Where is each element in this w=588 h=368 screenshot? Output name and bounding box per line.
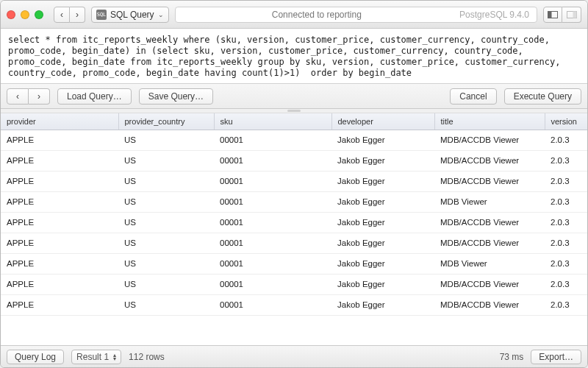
result-selector[interactable]: Result 1 ▴▾ <box>71 350 121 364</box>
right-panel-toggle[interactable] <box>562 7 581 23</box>
table-cell: APPLE <box>1 150 118 171</box>
table-cell: APPLE <box>1 274 118 294</box>
table-cell: Jakob Egger <box>331 294 434 315</box>
chevron-right-icon: › <box>76 10 79 20</box>
table-cell: 2.0.3 <box>545 253 587 274</box>
table-cell: Jakob Egger <box>331 191 434 212</box>
table-cell: US <box>118 130 214 150</box>
table-cell: Jakob Egger <box>331 171 434 191</box>
table-cell: 2.0.3 <box>545 212 587 233</box>
column-header[interactable]: provider_country <box>118 113 214 130</box>
connection-status: Connected to reporting <box>183 10 451 20</box>
connection-pill[interactable]: Connected to reporting PostgreSQL 9.4.0 <box>175 7 537 23</box>
table-row[interactable]: APPLEUS00001Jakob EggerMDB/ACCDB Viewer2… <box>1 212 587 233</box>
table-cell: 00001 <box>214 212 331 233</box>
query-log-button[interactable]: Query Log <box>7 350 64 364</box>
table-row[interactable]: APPLEUS00001Jakob EggerMDB/ACCDB Viewer2… <box>1 274 587 294</box>
table-cell: 00001 <box>214 150 331 171</box>
chevron-left-icon: ‹ <box>16 91 19 102</box>
execute-query-button[interactable]: Execute Query <box>504 88 581 105</box>
nav-segment: ‹ › <box>54 7 85 23</box>
table-cell: Jakob Egger <box>331 130 434 150</box>
table-cell: 2.0.3 <box>545 233 587 253</box>
cancel-button[interactable]: Cancel <box>450 88 496 105</box>
table-cell: US <box>118 150 214 171</box>
table-cell: APPLE <box>1 212 118 233</box>
table-cell: MDB Viewer <box>434 191 545 212</box>
status-bar: Query Log Result 1 ▴▾ 112 rows 73 ms Exp… <box>1 345 587 367</box>
table-row[interactable]: APPLEUS00001Jakob EggerMDB/ACCDB Viewer2… <box>1 130 587 150</box>
column-header[interactable]: version <box>545 113 587 130</box>
back-button[interactable]: ‹ <box>54 7 70 23</box>
panel-toggle-segment <box>543 7 581 23</box>
table-cell: US <box>118 171 214 191</box>
window-controls <box>7 10 43 19</box>
column-header[interactable]: developer <box>331 113 434 130</box>
table-cell: 00001 <box>214 171 331 191</box>
chevron-left-icon: ‹ <box>60 10 63 20</box>
sql-icon: SQL <box>96 10 107 20</box>
table-cell: 00001 <box>214 130 331 150</box>
export-button[interactable]: Export… <box>531 350 581 364</box>
history-back-button[interactable]: ‹ <box>7 88 29 105</box>
table-cell: Jakob Egger <box>331 274 434 294</box>
table-cell: MDB/ACCDB Viewer <box>434 294 545 315</box>
table-cell: APPLE <box>1 130 118 150</box>
table-cell: APPLE <box>1 191 118 212</box>
app-window: ‹ › SQL SQL Query ⌄ Connected to reporti… <box>0 0 588 368</box>
column-header[interactable]: provider <box>1 113 118 130</box>
load-query-button[interactable]: Load Query… <box>57 88 132 105</box>
history-segment: ‹ › <box>7 88 50 105</box>
table-cell: 2.0.3 <box>545 171 587 191</box>
query-type-dropdown[interactable]: SQL SQL Query ⌄ <box>91 7 169 23</box>
panel-left-icon <box>548 11 558 18</box>
table-row[interactable]: APPLEUS00001Jakob EggerMDB Viewer2.0.3 <box>1 253 587 274</box>
table-cell: 2.0.3 <box>545 130 587 150</box>
table-header-row: provider provider_country sku developer … <box>1 113 587 130</box>
result-label: Result 1 <box>76 352 109 362</box>
table-cell: MDB/ACCDB Viewer <box>434 171 545 191</box>
table-cell: US <box>118 233 214 253</box>
results-pane: provider provider_country sku developer … <box>1 113 587 345</box>
left-panel-toggle[interactable] <box>543 7 562 23</box>
table-row[interactable]: APPLEUS00001Jakob EggerMDB/ACCDB Viewer2… <box>1 171 587 191</box>
table-cell: 2.0.3 <box>545 274 587 294</box>
stepper-icon: ▴▾ <box>113 353 116 361</box>
table-cell: US <box>118 274 214 294</box>
db-version: PostgreSQL 9.4.0 <box>459 10 529 20</box>
table-cell: US <box>118 212 214 233</box>
table-cell: MDB Viewer <box>434 253 545 274</box>
sql-editor[interactable]: select * from itc_reports_weekly where (… <box>1 29 587 84</box>
table-cell: US <box>118 253 214 274</box>
table-cell: MDB/ACCDB Viewer <box>434 150 545 171</box>
query-type-label: SQL Query <box>110 10 154 20</box>
table-cell: Jakob Egger <box>331 212 434 233</box>
panel-right-icon <box>567 11 577 18</box>
table-cell: 00001 <box>214 294 331 315</box>
table-cell: MDB/ACCDB Viewer <box>434 130 545 150</box>
close-icon[interactable] <box>7 10 15 19</box>
zoom-icon[interactable] <box>35 10 43 19</box>
column-header[interactable]: sku <box>214 113 331 130</box>
forward-button[interactable]: › <box>70 7 85 23</box>
table-cell: APPLE <box>1 253 118 274</box>
column-header[interactable]: title <box>434 113 545 130</box>
table-row[interactable]: APPLEUS00001Jakob EggerMDB/ACCDB Viewer2… <box>1 233 587 253</box>
table-cell: Jakob Egger <box>331 150 434 171</box>
table-row[interactable]: APPLEUS00001Jakob EggerMDB/ACCDB Viewer2… <box>1 294 587 315</box>
save-query-button[interactable]: Save Query… <box>139 88 213 105</box>
table-row[interactable]: APPLEUS00001Jakob EggerMDB Viewer2.0.3 <box>1 191 587 212</box>
table-cell: 00001 <box>214 253 331 274</box>
table-cell: 00001 <box>214 233 331 253</box>
table-row[interactable]: APPLEUS00001Jakob EggerMDB/ACCDB Viewer2… <box>1 150 587 171</box>
table-cell: APPLE <box>1 171 118 191</box>
table-cell: 00001 <box>214 191 331 212</box>
minimize-icon[interactable] <box>21 10 29 19</box>
grip-icon <box>287 110 301 112</box>
results-table: provider provider_country sku developer … <box>1 113 587 316</box>
chevron-right-icon: › <box>37 91 40 102</box>
history-forward-button[interactable]: › <box>29 88 50 105</box>
table-cell: MDB/ACCDB Viewer <box>434 212 545 233</box>
svg-rect-1 <box>548 11 552 18</box>
titlebar: ‹ › SQL SQL Query ⌄ Connected to reporti… <box>1 1 587 29</box>
